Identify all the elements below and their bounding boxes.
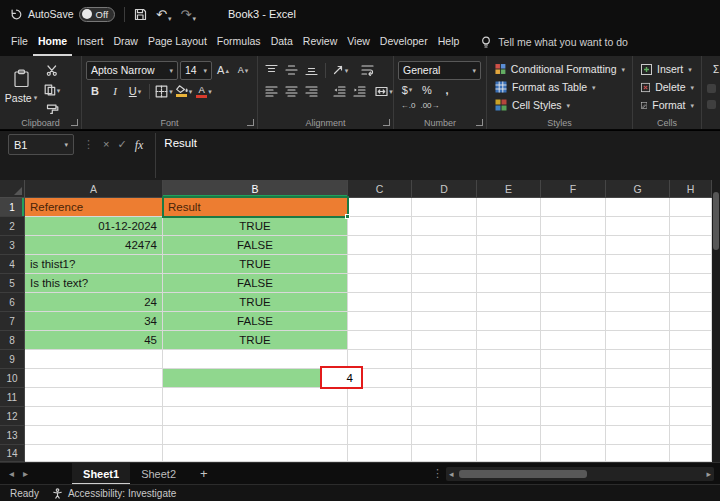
save-button[interactable] — [134, 8, 147, 21]
column-header-b[interactable]: B — [163, 180, 348, 198]
cell-F12[interactable] — [541, 407, 606, 426]
cell-G1[interactable] — [606, 198, 670, 217]
format-painter-button[interactable] — [43, 101, 61, 119]
cell-B12[interactable] — [163, 407, 348, 426]
fill-icon[interactable] — [707, 84, 716, 93]
cell-A14[interactable] — [25, 445, 163, 462]
dialog-launcher-icon[interactable] — [71, 119, 78, 126]
cell-B1[interactable]: Result — [163, 198, 348, 217]
cell-D2[interactable] — [412, 217, 477, 236]
cell-F6[interactable] — [541, 293, 606, 312]
cell-H7[interactable] — [670, 312, 712, 331]
cell-D5[interactable] — [412, 274, 477, 293]
sheet-nav-right-icon[interactable]: ▸ — [23, 468, 28, 479]
cell-F7[interactable] — [541, 312, 606, 331]
cell-E2[interactable] — [477, 217, 541, 236]
cell-A7[interactable]: 34 — [25, 312, 163, 331]
cell-E12[interactable] — [477, 407, 541, 426]
cell-B5[interactable]: FALSE — [163, 274, 348, 293]
row-header-10[interactable]: 10 — [0, 369, 25, 388]
cell-B8[interactable]: TRUE — [163, 331, 348, 350]
tab-insert[interactable]: Insert — [72, 28, 108, 56]
enter-button[interactable]: ✓ — [117, 138, 126, 151]
cell-G9[interactable] — [606, 350, 670, 369]
cell-F3[interactable] — [541, 236, 606, 255]
align-left-button[interactable] — [262, 82, 280, 100]
cell-C1[interactable] — [348, 198, 412, 217]
cut-button[interactable] — [43, 61, 61, 79]
name-box[interactable]: B1▾ — [8, 134, 74, 155]
cell-G4[interactable] — [606, 255, 670, 274]
cell-D9[interactable] — [412, 350, 477, 369]
cell-A3[interactable]: 42474 — [25, 236, 163, 255]
cell-G12[interactable] — [606, 407, 670, 426]
row-header-4[interactable]: 4 — [0, 255, 25, 274]
cell-G14[interactable] — [606, 445, 670, 462]
undo-button[interactable]: ↶▾ — [156, 7, 171, 22]
cell-C5[interactable] — [348, 274, 412, 293]
delete-cells-button[interactable]: Delete▾ — [637, 78, 698, 96]
cell-G13[interactable] — [606, 426, 670, 445]
cell-H10[interactable] — [670, 369, 712, 388]
cell-E10[interactable] — [477, 369, 541, 388]
cell-E1[interactable] — [477, 198, 541, 217]
cell-C13[interactable] — [348, 426, 412, 445]
cell-F9[interactable] — [541, 350, 606, 369]
horizontal-scrollbar-thumb[interactable] — [459, 470, 587, 478]
cell-D1[interactable] — [412, 198, 477, 217]
vertical-scrollbar-thumb[interactable] — [713, 192, 719, 250]
sheet-tab-sheet1[interactable]: Sheet1 — [72, 463, 130, 485]
cell-F14[interactable] — [541, 445, 606, 462]
tab-developer[interactable]: Developer — [375, 28, 433, 56]
cell-C7[interactable] — [348, 312, 412, 331]
splitter-handle-icon[interactable]: ⋮ — [432, 467, 443, 480]
tab-home[interactable]: Home — [33, 28, 72, 56]
orientation-button[interactable]: ▾ — [331, 61, 349, 79]
dialog-launcher-icon[interactable] — [247, 119, 254, 126]
autosave-switch[interactable]: Off — [79, 7, 116, 22]
cell-G2[interactable] — [606, 217, 670, 236]
tab-draw[interactable]: Draw — [108, 28, 143, 56]
cell-E14[interactable] — [477, 445, 541, 462]
italic-button[interactable]: I — [106, 82, 124, 100]
cell-F11[interactable] — [541, 388, 606, 407]
row-header-3[interactable]: 3 — [0, 236, 25, 255]
row-header-8[interactable]: 8 — [0, 331, 25, 350]
cell-B11[interactable] — [163, 388, 348, 407]
cell-D8[interactable] — [412, 331, 477, 350]
cell-A8[interactable]: 45 — [25, 331, 163, 350]
cell-G3[interactable] — [606, 236, 670, 255]
cell-B14[interactable] — [163, 445, 348, 462]
decrease-decimal-button[interactable]: .00→ — [420, 100, 440, 112]
cell-A5[interactable]: Is this text? — [25, 274, 163, 293]
cell-C14[interactable] — [348, 445, 412, 462]
cell-C4[interactable] — [348, 255, 412, 274]
cell-D4[interactable] — [412, 255, 477, 274]
font-color-button[interactable]: A▾ — [195, 82, 213, 100]
cell-A11[interactable] — [25, 388, 163, 407]
sheet-tab-sheet2[interactable]: Sheet2 — [130, 463, 187, 485]
copy-button[interactable]: ▾ — [43, 81, 61, 99]
cell-A4[interactable]: is thist1? — [25, 255, 163, 274]
format-cells-button[interactable]: Format▾ — [637, 96, 698, 114]
cell-H8[interactable] — [670, 331, 712, 350]
tab-file[interactable]: File — [6, 28, 33, 56]
cell-H9[interactable] — [670, 350, 712, 369]
increase-indent-button[interactable] — [350, 82, 368, 100]
cell-E11[interactable] — [477, 388, 541, 407]
merge-center-button[interactable]: ▾ — [375, 82, 393, 100]
align-right-button[interactable] — [302, 82, 320, 100]
autosum-icon[interactable]: Σ — [707, 60, 720, 78]
row-header-14[interactable]: 14 — [0, 445, 25, 462]
fill-color-button[interactable]: ▾ — [175, 82, 193, 100]
comma-style-button[interactable]: , — [438, 81, 456, 99]
middle-align-button[interactable] — [282, 61, 300, 79]
cell-E3[interactable] — [477, 236, 541, 255]
row-header-11[interactable]: 11 — [0, 388, 25, 407]
cell-A9[interactable] — [25, 350, 163, 369]
cell-E9[interactable] — [477, 350, 541, 369]
cell-D12[interactable] — [412, 407, 477, 426]
cell-F8[interactable] — [541, 331, 606, 350]
paste-button[interactable]: Paste▾ — [4, 60, 38, 112]
underline-button[interactable]: U▾ — [126, 82, 144, 100]
